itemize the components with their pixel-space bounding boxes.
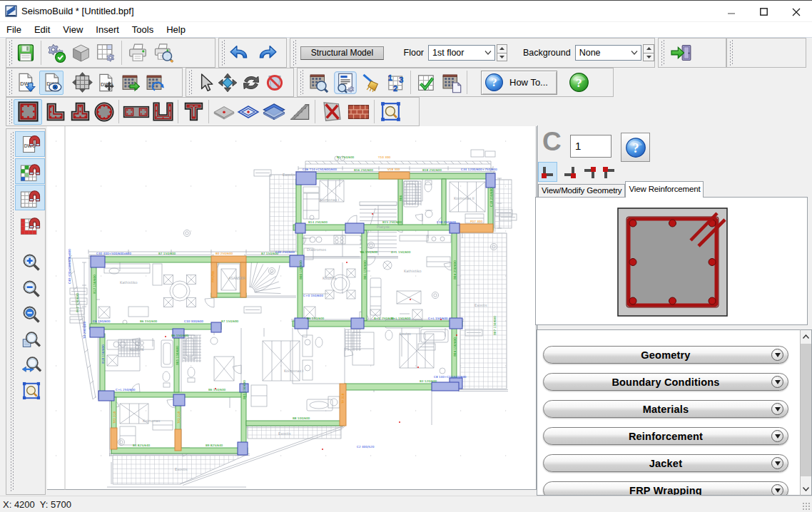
column-tshape-button[interactable] [68,99,92,125]
corner-insert-4-button[interactable] [599,162,619,182]
accordion-geometry[interactable]: Geometry [543,346,788,364]
snap-grid-color-button[interactable] [15,158,45,184]
move-grid-button[interactable] [71,71,93,95]
how-to-button[interactable]: How To... [481,71,557,95]
accordion-expand-button[interactable] [771,430,783,442]
accordion-expand-button[interactable] [771,484,783,496]
accordion-reinforcement[interactable]: Reinforcement [543,427,788,445]
print-button-icon [127,42,148,63]
snap-grid-button[interactable] [15,185,45,210]
menu-file[interactable]: File [0,23,28,36]
import-dwg-button[interactable] [14,71,36,95]
accordion-expand-button[interactable] [771,376,783,388]
column-rectangular-button[interactable] [14,99,42,125]
slab-button[interactable] [212,99,236,125]
building-modeller-button[interactable] [438,71,464,95]
floor-select[interactable]: 1st floor [428,45,495,61]
column-circular-button[interactable] [92,99,116,125]
scroll-down-button[interactable] [801,483,811,495]
move-tool-button[interactable] [216,71,239,95]
menu-tools[interactable]: Tools [126,23,160,36]
background-spin-down[interactable] [643,53,654,62]
grid-settings-button[interactable] [93,41,118,65]
wall-ushape-button[interactable] [151,99,175,125]
background-select[interactable]: None [575,45,642,61]
zoom-window-button[interactable] [19,329,44,351]
beam-tshape-button[interactable] [181,99,205,125]
background-spinner[interactable] [643,44,654,61]
corner-insert-3-button[interactable] [579,162,599,182]
export-building-button[interactable] [118,71,142,95]
snap-grid-red-button[interactable] [15,212,45,237]
menu-edit[interactable]: Edit [28,23,56,36]
menu-view[interactable]: View [56,23,89,36]
scroll-up-button[interactable] [801,330,811,342]
code-requirements-button[interactable] [332,71,359,95]
maximize-button[interactable] [748,1,780,22]
zoom-original-icon [21,304,41,324]
column-lshape-button[interactable] [44,99,68,125]
accordion-label: Geometry [641,349,690,361]
resize-grip-icon[interactable] [802,502,811,511]
toolbar-separator [208,100,209,123]
drawing-canvas[interactable]: C46 T14+C50/600/600B16 250/600V18 300B18… [47,126,537,490]
accordion-expand-button[interactable] [771,349,783,361]
zoom-out-button[interactable] [19,278,44,299]
save-button[interactable] [14,41,38,65]
accordion-frp-wrapping[interactable]: FRP Wrapping [543,481,788,496]
panel-help-button[interactable] [621,133,650,162]
check-model-button[interactable] [414,71,438,95]
zoom-extents-side-button[interactable] [19,380,44,401]
corner-insert-2-button[interactable] [559,162,579,182]
select-tool-button[interactable] [193,71,216,95]
wall-delete-button[interactable] [318,99,345,125]
undo-button[interactable] [226,41,252,65]
zoom-in-button[interactable] [19,252,44,273]
print-preview-button[interactable] [151,41,176,65]
snap-dwg-button[interactable] [15,131,45,157]
delete-tool-button[interactable] [263,71,286,95]
project-settings-button[interactable] [44,41,68,65]
print-button[interactable] [125,41,151,65]
svg-text:B6 150/600: B6 150/600 [171,334,189,337]
zoom-original-button[interactable] [19,304,44,325]
redo-button[interactable] [255,41,280,65]
svg-text:B05 150/600: B05 150/600 [176,346,179,365]
help-button[interactable] [565,70,594,96]
element-number-input[interactable]: 1 [570,135,611,158]
stairs-button[interactable] [288,99,312,125]
scrollbar-thumb[interactable] [801,344,811,476]
menu-help[interactable]: Help [160,23,192,36]
panel-scrollbar[interactable] [800,329,812,496]
accordion-materials[interactable]: Materials [543,400,788,418]
accordion-expand-button[interactable] [771,457,783,469]
infill-wall-button[interactable] [345,99,371,125]
close-button[interactable] [780,1,812,22]
zoom-dynamic-button[interactable] [19,354,44,376]
menu-insert[interactable]: Insert [89,23,126,36]
minimize-button[interactable] [716,1,748,22]
rotate-tool-button[interactable] [239,71,263,95]
building-modeller-button-icon [440,72,462,93]
renumber-button[interactable] [383,71,407,95]
view-3d-button[interactable] [68,41,93,65]
floor-spin-down[interactable] [497,53,508,62]
tab-view-modify-geometry[interactable]: View/Modify Geometry [538,184,625,198]
corner-insert-1-button[interactable] [538,162,557,182]
beam-rectangular-button[interactable] [122,99,151,125]
exit-button[interactable] [666,41,697,65]
tab-view-reinforcement[interactable]: View Reinforcement [625,181,704,198]
accordion-jacket[interactable]: Jacket [543,454,788,472]
accordion-boundary-conditions[interactable]: Boundary Conditions [543,373,788,391]
accordion-expand-button[interactable] [771,403,783,415]
slab-inclined-button[interactable] [260,99,288,125]
floor-spinner[interactable] [497,44,508,61]
rotate-building-button[interactable] [142,71,166,95]
slab-outline-button[interactable] [236,99,260,125]
zoom-extents-button[interactable] [377,99,403,125]
move-dwg-button[interactable] [93,71,118,95]
zoom-building-button[interactable] [305,71,332,95]
clean-model-button[interactable] [359,71,383,95]
structural-model-button[interactable]: Structural Model [300,46,384,60]
view-dwg-button[interactable] [39,71,64,95]
